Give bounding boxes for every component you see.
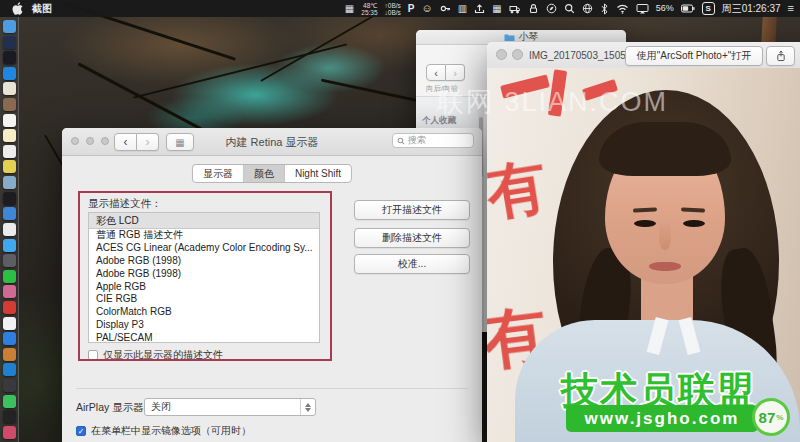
profile-item[interactable]: PAL/SECAM: [89, 332, 319, 343]
dock-icon-textedit[interactable]: [3, 145, 16, 158]
tab-night-shift[interactable]: Night Shift: [285, 165, 351, 182]
prefs-title-bar[interactable]: ‹ › ▦ 内建 Retina 显示器 搜索: [62, 128, 482, 156]
open-with-arcsoft-button[interactable]: 使用"ArcSoft Photo+"打开: [625, 46, 763, 66]
profile-item[interactable]: Adobe RGB (1998): [89, 268, 319, 281]
dock-icon-art-app[interactable]: [3, 285, 16, 298]
dock-icon-messages[interactable]: [3, 239, 16, 252]
key-icon[interactable]: [440, 3, 451, 14]
menu-bar-clock[interactable]: 周三01:26:37: [722, 2, 781, 16]
dock-icon-automator-x[interactable]: [3, 410, 16, 423]
close-button[interactable]: [496, 49, 507, 60]
search-icon[interactable]: [564, 3, 575, 14]
compass-icon[interactable]: [546, 3, 557, 14]
eye: [634, 220, 656, 227]
screen: 截图 ▦ 48℃25:35 ↑0B/s↓0B/s P ☺ ▥ ▦: [0, 0, 800, 442]
delete-profile-button[interactable]: 删除描述文件: [354, 228, 470, 248]
section-divider: [76, 388, 468, 389]
minimize-button[interactable]: [512, 49, 523, 60]
dock-icon-red-app[interactable]: [3, 426, 16, 439]
airplay-display-select[interactable]: 关闭: [144, 398, 316, 416]
van-icon[interactable]: [509, 4, 521, 14]
finder-forward-button[interactable]: ›: [446, 64, 465, 81]
password-manager-icon[interactable]: P: [408, 4, 415, 14]
grid-window-icon[interactable]: ▦: [492, 4, 501, 14]
dock-icon-calendar[interactable]: [3, 114, 16, 127]
profile-item[interactable]: Apple RGB: [89, 281, 319, 294]
bluetooth-icon[interactable]: [600, 3, 609, 15]
share-button[interactable]: [766, 46, 795, 66]
active-app-name[interactable]: 截图: [32, 2, 52, 16]
proxy-app-icon[interactable]: S: [702, 2, 715, 15]
notification-center-icon[interactable]: ≡: [788, 3, 794, 14]
dock-icon-netease-music[interactable]: [3, 301, 16, 314]
checkbox-label: 在菜单栏中显示镜像选项（可用时）: [91, 424, 251, 438]
profile-item[interactable]: Display P3: [89, 319, 319, 332]
input-method-icon[interactable]: ☺: [421, 3, 432, 14]
mirroring-options-checkbox-row[interactable]: ✓ 在菜单栏中显示镜像选项（可用时）: [76, 424, 251, 438]
nose: [659, 220, 671, 250]
temperature-indicator[interactable]: 48℃25:35: [361, 2, 377, 16]
photo-title-bar[interactable]: IMG_20170503_150521_1_SNAP.j... 使用"ArcSo…: [487, 42, 800, 69]
battery-icon[interactable]: [681, 4, 695, 13]
selected-profile-row[interactable]: 彩色 LCD: [89, 213, 319, 229]
tab-display[interactable]: 显示器: [193, 165, 244, 182]
color-profile-list: 彩色 LCD 普通 RGB 描述文件ACES CG Linear (Academ…: [88, 212, 320, 343]
wall-character: 有: [487, 156, 551, 225]
dock-icon-orange-app[interactable]: [3, 348, 16, 361]
open-profile-button[interactable]: 打开描述文件: [354, 200, 470, 220]
dock-icon-dictionary[interactable]: [3, 207, 16, 220]
profile-item[interactable]: CIE RGB: [89, 293, 319, 306]
profile-item[interactable]: Adobe RGB (1998): [89, 255, 319, 268]
calibrate-button[interactable]: 校准...: [354, 254, 470, 274]
dock-icon-pages[interactable]: [3, 82, 16, 95]
dock-icon-system-preferences[interactable]: [3, 254, 16, 267]
site-watermark-center: 联网 3LIAN.COM: [437, 84, 668, 120]
network-speed-indicator[interactable]: ↑0B/s↓0B/s: [385, 2, 401, 16]
checkbox-unchecked[interactable]: [88, 350, 98, 360]
dock-icon-app-store-blue[interactable]: [3, 67, 16, 80]
mouth: [649, 262, 681, 271]
panels-icon[interactable]: ▥: [458, 4, 467, 14]
dock-icon-app-store[interactable]: [3, 363, 16, 376]
dock-icon-itunes[interactable]: [3, 317, 16, 330]
tree-branch: [321, 79, 429, 105]
qr-code-icon[interactable]: ▦: [345, 4, 354, 14]
dock-icon-photos[interactable]: [3, 223, 16, 236]
dock-icon-notes[interactable]: [3, 129, 16, 142]
checkbox-checked[interactable]: ✓: [76, 426, 86, 436]
dock-icon-notebook[interactable]: [3, 98, 16, 111]
dock-icon-green-app[interactable]: [3, 395, 16, 408]
profile-item[interactable]: ColorMatch RGB: [89, 306, 319, 319]
dock-icon-terminal[interactable]: [3, 192, 16, 205]
finder-back-button[interactable]: ‹: [426, 64, 446, 81]
tab-color[interactable]: 颜色: [244, 165, 285, 182]
lock-icon[interactable]: [528, 3, 539, 14]
site-url-watermark: www.jsgho.com: [566, 405, 758, 432]
upload-tray-icon[interactable]: [474, 3, 485, 14]
wifi-icon[interactable]: [616, 4, 629, 14]
airplay-selected-value: 关闭: [151, 400, 171, 414]
dock: [0, 17, 19, 442]
dock-icon-stickies[interactable]: [3, 160, 16, 173]
profile-item[interactable]: 普通 RGB 描述文件: [89, 229, 319, 242]
menu-bar: 截图 ▦ 48℃25:35 ↑0B/s↓0B/s P ☺ ▥ ▦: [0, 0, 800, 17]
dock-icon-dropbox[interactable]: [3, 332, 16, 345]
apple-menu-icon[interactable]: [12, 2, 23, 15]
progress-badge: 87 %: [752, 398, 790, 436]
dock-icon-disc-app[interactable]: [3, 379, 16, 392]
prefs-search-field[interactable]: 搜索: [392, 133, 474, 148]
profile-item[interactable]: ACES CG Linear (Academy Color Encoding S…: [89, 242, 319, 255]
globe-icon[interactable]: [582, 3, 593, 14]
badge-value: 87: [759, 409, 776, 426]
show-profiles-for-display-checkbox-row[interactable]: 仅显示此显示器的描述文件: [88, 348, 223, 362]
airplay-display-icon[interactable]: [636, 3, 649, 14]
tree-branch: [77, 62, 202, 130]
dock-icon-finder[interactable]: [3, 20, 16, 33]
share-icon: [776, 50, 786, 62]
airplay-display-label: AirPlay 显示器：: [76, 401, 154, 415]
tree-branch: [133, 43, 347, 98]
dock-icon-compass-app[interactable]: [3, 51, 16, 64]
dock-icon-wechat[interactable]: [3, 270, 16, 283]
dock-icon-browser-dark[interactable]: [3, 36, 16, 49]
dock-icon-preview[interactable]: [3, 176, 16, 189]
